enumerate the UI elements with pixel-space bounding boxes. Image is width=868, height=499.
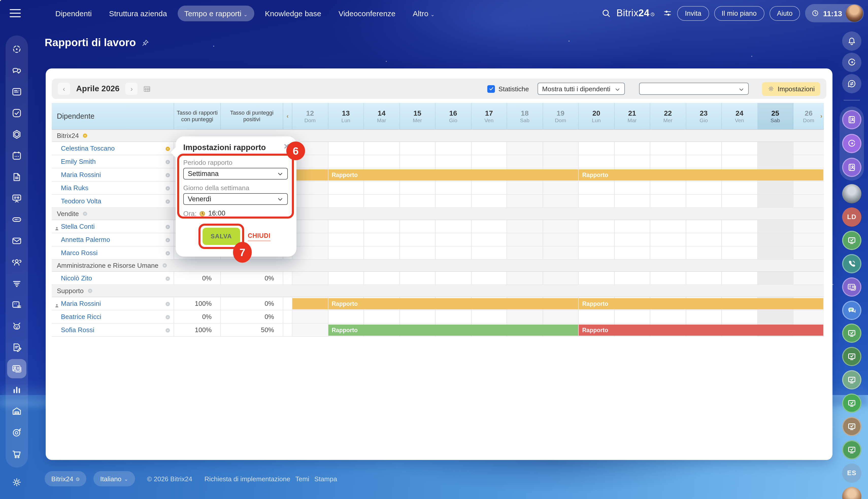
my-plan-button[interactable]: Il mio piano	[714, 6, 764, 21]
timeline-day-cell[interactable]	[507, 142, 543, 155]
timeline-day-cell[interactable]	[543, 182, 579, 194]
timeline-day-cell[interactable]	[793, 246, 824, 259]
timeline-day-cell[interactable]	[400, 272, 436, 284]
timeline-day-cell[interactable]	[686, 272, 722, 284]
row-gear-icon[interactable]	[165, 313, 171, 320]
timeline-day-cell[interactable]	[686, 195, 722, 207]
timeline-day-cell[interactable]	[328, 233, 364, 246]
right-rail-task-monitor-2[interactable]	[842, 324, 861, 343]
sidebar-item-network[interactable]	[5, 38, 28, 60]
timeline-day-cell[interactable]	[400, 182, 436, 194]
nav-item-tempo-e-rapporti[interactable]: Tempo e rapporti⌄	[178, 5, 254, 21]
user-avatar[interactable]	[846, 4, 863, 22]
row-gear-icon[interactable]	[165, 327, 171, 333]
bitrix24-logo[interactable]: Bitrix24	[617, 8, 655, 19]
timeline-day-cell[interactable]	[615, 142, 650, 155]
sidebar-item-sales-funnel[interactable]	[5, 273, 28, 294]
sidebar-item-feed[interactable]	[5, 81, 28, 102]
timeline-day-cell[interactable]	[436, 311, 471, 323]
timeline-day-cell[interactable]	[543, 311, 579, 323]
footer-link-2[interactable]: Stampa	[314, 475, 337, 483]
timeline-day-cell[interactable]	[579, 142, 615, 155]
sidebar-item-mail[interactable]	[5, 230, 28, 252]
footer-link-0[interactable]: Richiesta di implementazione	[204, 475, 290, 483]
timeline-day-cell[interactable]	[793, 272, 824, 284]
sidebar-item-analytics[interactable]	[5, 379, 28, 401]
timeline-day-cell[interactable]	[400, 142, 436, 155]
employee-name-link[interactable]: Teodoro Volta	[61, 197, 101, 205]
timeline-day-cell[interactable]	[758, 233, 793, 246]
right-rail-call[interactable]	[842, 254, 861, 273]
timeline-day-cell[interactable]	[579, 182, 615, 194]
timeline-day-cell[interactable]	[758, 246, 793, 259]
sidebar-item-drive[interactable]	[5, 209, 28, 230]
timeline-day-cell[interactable]	[328, 272, 364, 284]
timeline-day-cell[interactable]	[650, 142, 686, 155]
report-bar[interactable]: Rapporto	[328, 325, 578, 336]
sidebar-settings-gear[interactable]	[5, 473, 28, 491]
employee-name-link[interactable]: Celestina Toscano	[61, 145, 115, 152]
footer-brand[interactable]: Bitrix24	[45, 471, 86, 486]
timeline-day-cell[interactable]	[400, 155, 436, 168]
timeline-day-cell[interactable]	[615, 195, 650, 207]
timeline-day-cell[interactable]	[364, 195, 400, 207]
timeline-day-cell[interactable]	[615, 246, 650, 259]
timeline-day-cell[interactable]	[293, 182, 328, 194]
right-rail-task-monitor-6[interactable]	[842, 417, 861, 436]
timeline-day-cell[interactable]	[650, 233, 686, 246]
timeline-day-cell[interactable]	[758, 155, 793, 168]
report-bar[interactable]: Rapporto	[579, 298, 823, 309]
timeline-day-cell[interactable]	[471, 182, 507, 194]
timeline-day-cell[interactable]	[328, 195, 364, 207]
timeline-day-cell[interactable]	[400, 311, 436, 323]
timeline-day-cell[interactable]	[364, 272, 400, 284]
invite-button[interactable]: Invita	[677, 6, 709, 21]
employee-name-link[interactable]: Beatrice Ricci	[61, 313, 101, 320]
report-bar[interactable]: Rapporto	[579, 169, 823, 181]
right-rail-user-initials-es[interactable]: ES	[842, 463, 861, 483]
timeline-day-cell[interactable]	[364, 155, 400, 168]
timeline-day-cell[interactable]	[793, 155, 824, 168]
pin-icon[interactable]	[141, 38, 150, 47]
sidebar-item-company[interactable]	[5, 252, 28, 273]
sidebar-item-calendar[interactable]	[5, 145, 28, 166]
timeline-day-cell[interactable]	[471, 220, 507, 233]
department-gear-icon[interactable]	[87, 288, 93, 294]
row-gear-icon[interactable]	[165, 198, 171, 204]
department-filter-select[interactable]	[639, 83, 749, 95]
timeline-day-cell[interactable]	[579, 272, 615, 284]
timeline-day-cell[interactable]	[328, 246, 364, 259]
timeline-day-cell[interactable]	[436, 142, 471, 155]
timeline-day-cell[interactable]	[471, 142, 507, 155]
sidebar-item-ai-assistant[interactable]	[5, 315, 28, 337]
row-gear-icon[interactable]	[165, 275, 171, 281]
close-button[interactable]: CHIUDI	[248, 232, 271, 241]
timeline-day-cell[interactable]	[793, 311, 824, 323]
right-rail-task-monitor-4[interactable]	[842, 370, 861, 389]
timeline-day-cell[interactable]	[722, 155, 758, 168]
timeline-day-cell[interactable]	[650, 220, 686, 233]
timeline-day-cell[interactable]	[686, 233, 722, 246]
timeline-day-cell[interactable]	[436, 195, 471, 207]
timeline-day-cell[interactable]	[543, 142, 579, 155]
sidebar-item-shop[interactable]	[5, 443, 28, 464]
timeline-day-cell[interactable]	[615, 182, 650, 194]
timeline-day-cell[interactable]	[686, 311, 722, 323]
department-gear-icon[interactable]	[162, 262, 168, 269]
collapse-columns-icon[interactable]: ‹	[283, 103, 293, 129]
timeline-day-cell[interactable]	[328, 182, 364, 194]
timeline-day-cell[interactable]	[328, 311, 364, 323]
timeline-day-cell[interactable]	[328, 142, 364, 155]
right-rail-employee-card[interactable]	[842, 277, 861, 296]
timeline-day-cell[interactable]	[436, 233, 471, 246]
timeline-day-cell[interactable]	[722, 195, 758, 207]
timeline-day-cell[interactable]	[758, 220, 793, 233]
right-rail-task-monitor-3[interactable]	[842, 347, 861, 366]
timeline-day-cell[interactable]	[543, 233, 579, 246]
timeline-day-cell[interactable]	[400, 220, 436, 233]
timeline-day-cell[interactable]	[471, 195, 507, 207]
right-rail-contact-book-2[interactable]	[842, 158, 861, 177]
search-icon[interactable]	[601, 8, 611, 18]
timeline-day-cell[interactable]	[364, 220, 400, 233]
department-gear-icon[interactable]	[82, 132, 88, 139]
